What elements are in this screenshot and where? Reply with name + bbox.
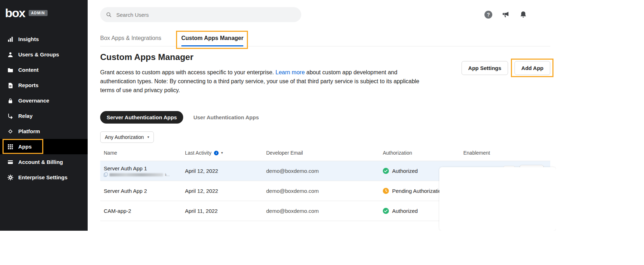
add-app-button[interactable]: Add App	[514, 61, 550, 75]
authorized-check-icon	[383, 168, 389, 174]
tab-server-authentication-apps[interactable]: Server Authentication Apps	[100, 111, 183, 124]
redacted-client-id-tail: k...	[165, 173, 170, 177]
description-text: Grant access to custom apps with access …	[100, 69, 275, 75]
authorization-label: Pending Authorization	[392, 188, 444, 194]
add-app-label: Add App	[521, 65, 543, 71]
sidebar-item-label: Relay	[18, 113, 33, 119]
authorization-label: Authorized	[392, 168, 418, 174]
bar-chart-icon	[7, 36, 13, 42]
sidebar-item-insights[interactable]: Insights	[0, 31, 88, 47]
admin-badge: ADMIN	[29, 10, 48, 16]
search-bar[interactable]	[100, 7, 301, 22]
sidebar: box ADMIN Insights Users & Groups C	[0, 0, 88, 231]
platform-diamond-icon	[7, 128, 13, 134]
app-name-cell: CAM-app-2	[100, 208, 181, 214]
dropdown-label: Any Authorization	[105, 134, 144, 140]
redacted-client-id-bar	[109, 173, 163, 176]
page-title: Custom Apps Manager	[100, 52, 429, 62]
sidebar-item-platform[interactable]: Platform	[0, 124, 88, 139]
column-header-last-activity[interactable]: Last Activity i ▾	[181, 150, 263, 156]
pending-clock-icon	[383, 188, 389, 194]
developer-email-cell: demo@boxdemo.com	[263, 168, 379, 174]
app-name: Server Auth App 1	[104, 165, 181, 171]
page-actions: App Settings Add App	[462, 61, 550, 100]
sidebar-item-governance[interactable]: Governance	[0, 93, 88, 108]
column-header-developer-email: Developer Email	[263, 150, 379, 156]
tab-user-authentication-apps[interactable]: User Authentication Apps	[193, 114, 259, 120]
learn-more-link[interactable]: Learn more	[275, 69, 305, 75]
developer-email-cell: demo@boxdemo.com	[263, 188, 379, 194]
sidebar-item-account-billing[interactable]: Account & Billing	[0, 154, 88, 170]
sidebar-item-users-groups[interactable]: Users & Groups	[0, 47, 88, 62]
page-header: Custom Apps Manager Grant access to cust…	[100, 52, 550, 100]
page-description: Grant access to custom apps with access …	[100, 68, 429, 95]
topbar-icons: ?	[484, 11, 527, 19]
copy-icon	[104, 172, 108, 177]
app-name-cell: Server Auth App 2	[100, 188, 181, 194]
tab-label: Box Apps & Integrations	[100, 35, 161, 41]
app-name: CAM-app-2	[104, 208, 181, 214]
box-logo: box	[5, 6, 25, 19]
sidebar-item-enterprise-settings[interactable]: Enterprise Settings	[0, 170, 88, 185]
sort-chevron-down-icon: ▾	[221, 151, 223, 155]
column-header-enablement: Enablement	[460, 150, 550, 156]
app-name: Server Auth App 2	[104, 188, 181, 194]
notifications-bell-icon[interactable]	[519, 11, 527, 19]
credit-card-icon	[7, 159, 13, 165]
apps-grid-icon	[7, 144, 13, 150]
last-activity-cell: April 12, 2022	[181, 188, 263, 194]
sidebar-item-label: Users & Groups	[18, 51, 59, 58]
sidebar-item-label: Reports	[18, 82, 39, 88]
last-activity-cell: April 11, 2022	[181, 208, 263, 214]
app-settings-button[interactable]: App Settings	[462, 61, 508, 75]
tab-custom-apps-manager[interactable]: Custom Apps Manager	[181, 35, 244, 46]
sidebar-item-label: Content	[18, 67, 39, 73]
lock-icon	[7, 98, 13, 104]
last-activity-cell: April 12, 2022	[181, 168, 263, 174]
tab-bar: Box Apps & Integrations Custom Apps Mana…	[100, 35, 550, 46]
white-redaction-overlay	[439, 167, 556, 231]
sidebar-nav: Insights Users & Groups Content Reports	[0, 31, 88, 185]
sidebar-item-apps[interactable]: Apps	[0, 139, 88, 154]
chevron-down-icon: ▾	[147, 135, 149, 139]
authorization-label: Authorized	[392, 208, 418, 214]
sidebar-item-label: Governance	[18, 98, 49, 104]
user-icon	[7, 51, 13, 58]
report-document-icon	[7, 82, 13, 88]
relay-workflow-icon	[7, 113, 13, 119]
sidebar-item-label: Platform	[18, 128, 40, 134]
announcements-megaphone-icon[interactable]	[502, 11, 510, 19]
authorized-check-icon	[383, 208, 389, 214]
gear-icon	[7, 174, 13, 180]
folder-icon	[7, 67, 13, 73]
authorization-filter-dropdown[interactable]: Any Authorization ▾	[100, 131, 154, 143]
sidebar-item-label: Account & Billing	[18, 159, 63, 165]
sidebar-item-relay[interactable]: Relay	[0, 108, 88, 124]
table-header-row: Name Last Activity i ▾ Developer Email A…	[100, 150, 550, 161]
sidebar-item-label: Insights	[18, 36, 39, 42]
search-input[interactable]	[116, 11, 296, 18]
app-name-cell: Server Auth App 1 k...	[100, 165, 181, 177]
column-header-label: Last Activity	[185, 150, 211, 156]
topbar: ?	[100, 7, 550, 22]
app-window: box ADMIN Insights Users & Groups C	[0, 0, 556, 231]
column-header-name: Name	[100, 150, 181, 156]
logo-row: box ADMIN	[0, 0, 88, 24]
column-header-authorization: Authorization	[379, 150, 460, 156]
help-icon[interactable]: ?	[484, 11, 492, 19]
sidebar-item-label: Apps	[18, 144, 32, 150]
auth-type-tabs: Server Authentication Apps User Authenti…	[100, 111, 550, 124]
search-icon	[106, 12, 112, 18]
developer-email-cell: demo@boxdemo.com	[263, 208, 379, 214]
sidebar-item-reports[interactable]: Reports	[0, 78, 88, 93]
tab-label: Custom Apps Manager	[181, 35, 244, 41]
sidebar-item-content[interactable]: Content	[0, 62, 88, 78]
sidebar-item-label: Enterprise Settings	[18, 174, 68, 180]
client-id-redacted: k...	[104, 173, 181, 177]
info-icon[interactable]: i	[214, 151, 219, 155]
tab-box-apps-integrations[interactable]: Box Apps & Integrations	[100, 35, 161, 46]
